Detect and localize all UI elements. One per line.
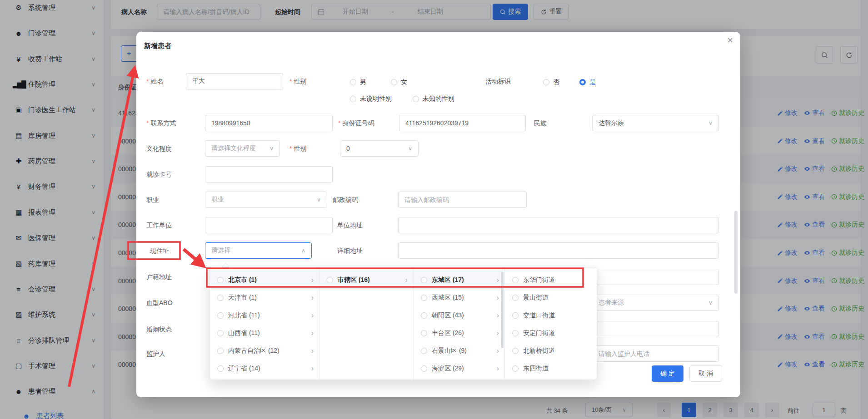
radio-active-no[interactable]: 否 <box>543 78 559 86</box>
chevron-right-icon: › <box>311 330 314 337</box>
chevron-right-icon: › <box>311 312 314 319</box>
employer-input[interactable] <box>205 217 333 233</box>
cascader-option-label: 市辖区 (16) <box>338 276 401 284</box>
cascader-option[interactable]: 东华门街道 <box>505 271 597 289</box>
radio-icon <box>217 330 224 336</box>
blood-type-label: 血型ABO <box>146 295 173 311</box>
detail-address-input[interactable] <box>398 242 719 259</box>
cascader-column: 市辖区 (16)› <box>319 267 414 380</box>
cascader-option[interactable]: 石景山区 (9)› <box>414 342 504 360</box>
radio-gender-unknown[interactable]: 未知的性别 <box>413 95 454 103</box>
cascader-option-label: 丰台区 (26) <box>432 329 492 337</box>
radio-icon <box>217 348 224 354</box>
cascader-option[interactable]: 交道口街道 <box>505 306 597 324</box>
chevron-up-icon: ∧ <box>301 247 305 254</box>
radio-icon <box>217 277 224 283</box>
cascader-option[interactable]: 海淀区 (29)› <box>414 360 504 377</box>
radio-icon <box>421 330 427 336</box>
cascader-option-label: 景山街道 <box>523 294 591 302</box>
cascader-option[interactable]: 朝阳区 (43)› <box>414 306 504 324</box>
radio-icon <box>421 365 427 372</box>
radio-icon <box>421 295 427 301</box>
cascader-option[interactable]: 丰台区 (26)› <box>414 324 504 342</box>
gender-code-label: *性别 <box>289 140 306 157</box>
radio-icon <box>391 79 397 85</box>
current-address-cascader[interactable]: 请选择∧ <box>205 242 312 259</box>
cascader-option-label: 东四街道 <box>523 365 591 373</box>
radio-icon <box>512 277 519 283</box>
cascader-option[interactable]: 山西省 (11)› <box>210 324 319 342</box>
employer-address-input[interactable] <box>398 217 719 233</box>
education-label: 文化程度 <box>146 140 172 157</box>
radio-icon <box>350 79 356 85</box>
cascader-option[interactable]: 市辖区 (16)› <box>319 271 413 289</box>
radio-gender-unexplained[interactable]: 未说明性别 <box>350 95 392 103</box>
name-label: *姓名 <box>146 73 163 89</box>
ethnic-select[interactable]: 达斡尔族∨ <box>592 115 719 131</box>
cascader-column: 东城区 (17)›西城区 (15)›朝阳区 (43)›丰台区 (26)›石景山区… <box>414 267 505 380</box>
chevron-right-icon: › <box>497 294 499 301</box>
cascader-option[interactable]: 辽宁省 (14)› <box>210 360 319 377</box>
cascader-option[interactable]: 河北省 (11)› <box>210 306 319 324</box>
radio-active-yes[interactable]: 是 <box>579 78 596 86</box>
cascader-option[interactable]: 天津市 (1)› <box>210 289 319 306</box>
radio-male[interactable]: 男 <box>350 78 366 86</box>
patient-source-select[interactable]: 患者来源∨ <box>592 295 719 311</box>
radio-icon <box>217 365 224 372</box>
cascader-option-label: 石景山区 (9) <box>432 347 492 355</box>
cascader-option-label: 安定门街道 <box>523 329 591 337</box>
cascader-option[interactable]: 景山街道 <box>505 289 597 306</box>
cascader-option[interactable]: 北新桥街道 <box>505 342 597 360</box>
cascader-option-label: 朝阳区 (43) <box>432 311 492 320</box>
address-cascader-panel: 北京市 (1)›天津市 (1)›河北省 (11)›山西省 (11)›内蒙古自治区… <box>210 267 597 380</box>
chevron-down-icon: ∨ <box>269 145 274 152</box>
cascader-option[interactable]: 安定门街道 <box>505 324 597 342</box>
modal-scrollbar[interactable] <box>734 211 738 294</box>
cascader-option[interactable]: 西城区 (15)› <box>414 289 504 306</box>
chevron-right-icon: › <box>497 276 499 284</box>
education-select[interactable]: 请选择文化程度∨ <box>205 140 280 157</box>
contact-label: *联系方式 <box>146 115 176 131</box>
radio-icon <box>421 348 427 354</box>
cascader-scrollbar[interactable] <box>501 272 504 348</box>
cascader-option-label: 东华门街道 <box>523 276 591 284</box>
contact-input[interactable] <box>205 115 333 131</box>
occupation-select[interactable]: 职业∨ <box>205 192 327 208</box>
cascader-column: 东华门街道景山街道交道口街道安定门街道北新桥街道东四街道 <box>505 267 597 380</box>
cascader-option-label: 河北省 (11) <box>228 311 307 320</box>
cascader-column: 北京市 (1)›天津市 (1)›河北省 (11)›山西省 (11)›内蒙古自治区… <box>210 267 319 380</box>
confirm-button[interactable]: 确 定 <box>652 365 683 382</box>
close-icon[interactable]: × <box>727 35 733 45</box>
chevron-right-icon: › <box>497 330 499 337</box>
chevron-right-icon: › <box>405 276 408 284</box>
cascader-option[interactable]: 内蒙古自治区 (12)› <box>210 342 319 360</box>
current-address-label: 现住址 <box>150 242 169 259</box>
radio-icon <box>512 312 519 319</box>
add-patient-modal: 新增患者 × *姓名 *性别 男 女 活动标识 否 是 未说明性别 未知的性别 … <box>136 32 740 397</box>
cascader-option[interactable]: 东四街道 <box>505 360 597 377</box>
radio-icon <box>421 312 427 319</box>
cascader-option[interactable]: 北京市 (1)› <box>210 271 319 289</box>
visit-card-label: 就诊卡号 <box>146 166 172 182</box>
name-input[interactable] <box>186 73 283 89</box>
postcode-input[interactable] <box>398 192 527 208</box>
modal-title: 新增患者 <box>144 42 171 50</box>
chevron-right-icon: › <box>311 365 314 372</box>
gender-code-select[interactable]: 0∨ <box>340 140 419 157</box>
chevron-right-icon: › <box>311 294 314 301</box>
chevron-right-icon: › <box>311 347 314 355</box>
radio-selected-icon <box>579 79 586 85</box>
cascader-option-label: 山西省 (11) <box>228 329 307 337</box>
employer-label: 工作单位 <box>146 217 172 233</box>
guardian-phone-input[interactable] <box>592 345 719 362</box>
radio-female[interactable]: 女 <box>391 78 407 86</box>
idcard-input[interactable] <box>399 115 526 131</box>
cascader-option-label: 北新桥街道 <box>523 347 591 355</box>
cascader-option[interactable]: 东城区 (17)› <box>414 271 504 289</box>
cancel-button[interactable]: 取 消 <box>689 365 722 382</box>
cascader-option-label: 辽宁省 (14) <box>228 365 307 373</box>
cascader-option-label: 天津市 (1) <box>228 294 307 302</box>
visit-card-input[interactable] <box>205 166 333 182</box>
radio-icon <box>327 277 333 283</box>
chevron-down-icon: ∨ <box>317 197 321 203</box>
